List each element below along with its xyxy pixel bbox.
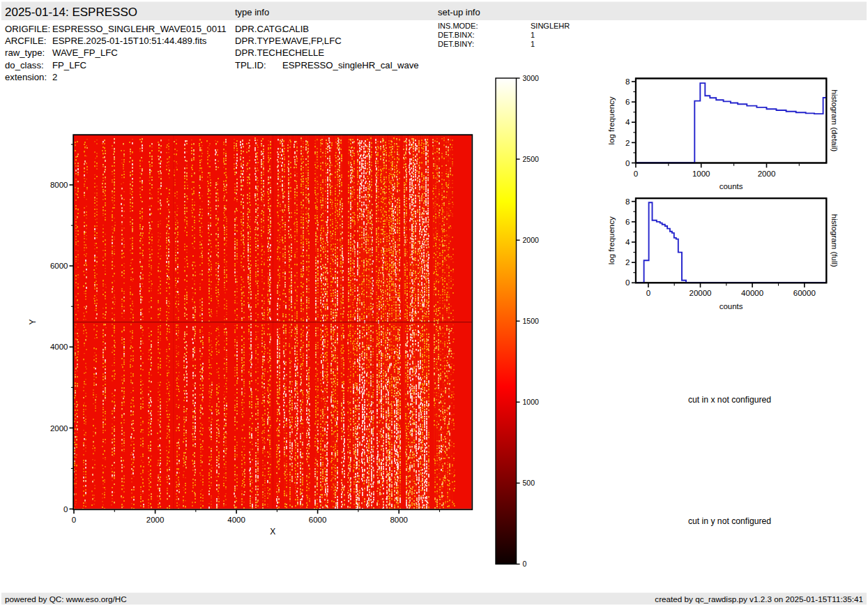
svg-text:X: X <box>270 527 275 537</box>
svg-text:0: 0 <box>72 516 76 524</box>
svg-text:cut in y not configured: cut in y not configured <box>688 516 771 526</box>
svg-text:set-up info: set-up info <box>438 7 480 17</box>
svg-text:1: 1 <box>531 40 535 48</box>
svg-text:4000: 4000 <box>227 516 245 524</box>
svg-text:WAVE,FP,LFC: WAVE,FP,LFC <box>282 36 342 46</box>
svg-text:40000: 40000 <box>741 289 763 297</box>
svg-text:1: 1 <box>531 31 535 39</box>
svg-text:DET.BINY:: DET.BINY: <box>438 40 474 48</box>
svg-text:0: 0 <box>63 505 68 514</box>
svg-text:DET.BINX:: DET.BINX: <box>438 31 475 39</box>
svg-text:ARCFILE:: ARCFILE: <box>5 36 46 46</box>
svg-text:TPL.ID:: TPL.ID: <box>235 60 266 70</box>
svg-text:created by qc_rawdisp.py v1.2.: created by qc_rawdisp.py v1.2.3 on 2025-… <box>655 594 863 604</box>
svg-text:4: 4 <box>625 118 630 126</box>
svg-text:60000: 60000 <box>793 289 816 297</box>
svg-text:ECHELLE: ECHELLE <box>282 47 324 58</box>
svg-text:2025-01-14: ESPRESSO: 2025-01-14: ESPRESSO <box>5 6 137 19</box>
svg-text:powered by QC: www.eso.org/HC: powered by QC: www.eso.org/HC <box>5 594 127 604</box>
svg-text:ESPRE.2025-01-15T10:51:44.489.: ESPRE.2025-01-15T10:51:44.489.fits <box>52 36 207 46</box>
svg-text:4000: 4000 <box>50 343 68 351</box>
svg-text:500: 500 <box>523 479 535 487</box>
svg-text:3000: 3000 <box>523 74 540 82</box>
svg-text:WAVE_FP_LFC: WAVE_FP_LFC <box>52 47 118 58</box>
svg-text:histogram (detail): histogram (detail) <box>830 90 839 152</box>
svg-text:do_class:: do_class: <box>5 60 44 70</box>
svg-text:SINGLEHR: SINGLEHR <box>531 22 570 30</box>
svg-text:0: 0 <box>625 159 630 167</box>
svg-text:1000: 1000 <box>523 398 540 406</box>
svg-text:DPR.CATG:: DPR.CATG: <box>235 24 284 34</box>
svg-text:DPR.TECH:: DPR.TECH: <box>235 47 284 58</box>
svg-text:1500: 1500 <box>523 317 540 325</box>
svg-text:INS.MODE:: INS.MODE: <box>438 22 478 30</box>
svg-text:6: 6 <box>625 218 630 226</box>
svg-text:6000: 6000 <box>50 262 68 270</box>
svg-text:8: 8 <box>625 197 630 206</box>
svg-text:ESPRESSO_SINGLEHR_WAVE015_0011: ESPRESSO_SINGLEHR_WAVE015_0011 <box>52 24 227 34</box>
svg-text:Y: Y <box>28 319 38 324</box>
svg-text:2: 2 <box>625 139 630 147</box>
svg-text:8: 8 <box>625 77 630 86</box>
svg-text:1000: 1000 <box>692 170 710 178</box>
svg-text:2: 2 <box>52 72 57 82</box>
svg-text:6000: 6000 <box>309 516 327 524</box>
svg-text:type info: type info <box>235 7 269 17</box>
svg-text:2000: 2000 <box>146 516 165 524</box>
svg-text:0: 0 <box>646 289 650 297</box>
svg-text:ORIGFILE:: ORIGFILE: <box>5 24 50 34</box>
svg-text:6: 6 <box>625 98 630 106</box>
svg-text:2: 2 <box>625 258 630 267</box>
svg-text:FP_LFC: FP_LFC <box>52 60 87 70</box>
svg-text:extension:: extension: <box>5 72 47 82</box>
svg-text:CALIB: CALIB <box>282 24 309 34</box>
svg-text:counts: counts <box>719 182 743 190</box>
svg-text:log frequency: log frequency <box>607 96 616 144</box>
svg-text:20000: 20000 <box>690 289 712 297</box>
svg-text:2000: 2000 <box>50 424 68 433</box>
svg-text:counts: counts <box>719 302 743 310</box>
svg-text:2000: 2000 <box>758 170 776 178</box>
svg-text:0: 0 <box>625 278 630 287</box>
svg-text:ESPRESSO_singleHR_cal_wave: ESPRESSO_singleHR_cal_wave <box>282 60 419 70</box>
svg-text:histogram (full): histogram (full) <box>830 214 839 267</box>
svg-text:cut in x not configured: cut in x not configured <box>688 395 771 405</box>
svg-text:8000: 8000 <box>50 181 68 189</box>
svg-text:8000: 8000 <box>390 516 408 524</box>
svg-text:log frequency: log frequency <box>607 216 616 264</box>
svg-text:4: 4 <box>625 238 630 246</box>
svg-text:0: 0 <box>634 170 638 178</box>
svg-text:2500: 2500 <box>523 155 540 163</box>
svg-text:0: 0 <box>523 560 527 568</box>
svg-text:raw_type:: raw_type: <box>5 47 45 58</box>
svg-text:DPR.TYPE:: DPR.TYPE: <box>235 36 284 46</box>
svg-text:2000: 2000 <box>523 236 540 244</box>
